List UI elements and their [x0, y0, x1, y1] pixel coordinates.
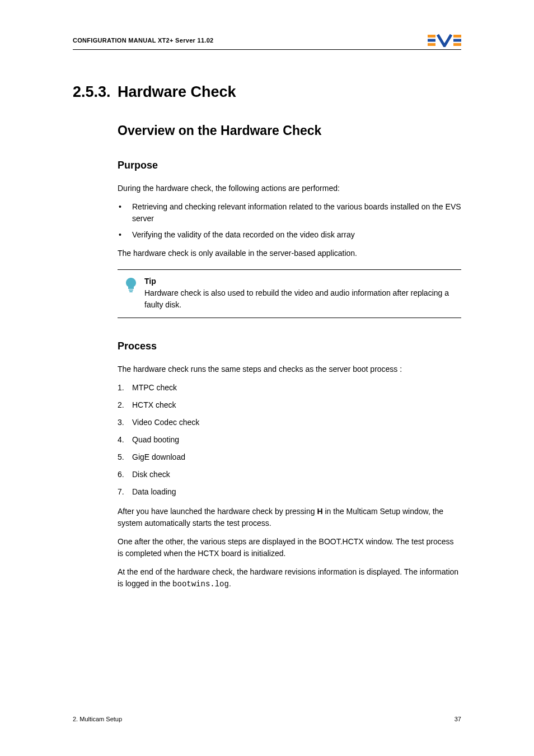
lightbulb-icon [118, 276, 144, 311]
bullet-icon: • [118, 229, 132, 241]
list-item: 1.MTPC check [118, 382, 461, 394]
list-item: 7.Data loading [118, 486, 461, 498]
purpose-after: The hardware check is only available in … [118, 248, 461, 259]
bullet-icon: • [118, 201, 132, 225]
svg-rect-5 [453, 43, 461, 46]
tip-label: Tip [144, 276, 461, 287]
svg-rect-2 [428, 43, 435, 46]
evs-logo-icon [428, 34, 461, 47]
svg-rect-1 [428, 39, 435, 42]
footer-left: 2. Multicam Setup [73, 716, 122, 722]
list-item: • Retrieving and checking relevant infor… [118, 201, 461, 225]
list-item: 2.HCTX check [118, 399, 461, 411]
process-para1: After you have launched the hardware che… [118, 506, 461, 529]
svg-rect-0 [428, 35, 435, 38]
key-h: H [317, 507, 322, 516]
svg-rect-3 [453, 35, 461, 38]
tip-content: Tip Hardware check is also used to rebui… [144, 276, 461, 311]
section-number: 2.5.3. [73, 83, 118, 101]
list-item: 6.Disk check [118, 469, 461, 480]
purpose-heading: Purpose [118, 160, 461, 171]
svg-rect-7 [129, 291, 133, 292]
page-header: CONFIGURATION MANUAL XT2+ Server 11.02 [73, 34, 461, 50]
tip-callout: Tip Hardware check is also used to rebui… [118, 269, 461, 318]
process-para3: At the end of the hardware check, the ha… [118, 566, 461, 590]
page-footer: 2. Multicam Setup 37 [73, 716, 461, 722]
svg-rect-4 [453, 39, 461, 42]
process-heading: Process [118, 340, 461, 352]
log-filename: bootwins.log [172, 580, 229, 589]
list-item: 5.GigE download [118, 451, 461, 463]
section-title: Hardware Check [118, 83, 236, 101]
section-heading: 2.5.3. Hardware Check [73, 83, 461, 101]
svg-rect-6 [129, 290, 133, 291]
process-para2: One after the other, the various steps a… [118, 536, 461, 559]
list-item: • Verifying the validity of the data rec… [118, 229, 461, 241]
process-steps: 1.MTPC check 2.HCTX check 3.Video Codec … [118, 382, 461, 498]
list-item: 3.Video Codec check [118, 417, 461, 428]
purpose-intro: During the hardware check, the following… [118, 183, 461, 194]
subsection-heading: Overview on the Hardware Check [118, 123, 461, 138]
list-item: 4.Quad booting [118, 434, 461, 446]
footer-page-number: 37 [455, 716, 461, 722]
purpose-bullets: • Retrieving and checking relevant infor… [118, 201, 461, 241]
header-title: CONFIGURATION MANUAL XT2+ Server 11.02 [73, 37, 214, 44]
tip-text: Hardware check is also used to rebuild t… [144, 288, 449, 309]
process-intro: The hardware check runs the same steps a… [118, 363, 461, 375]
